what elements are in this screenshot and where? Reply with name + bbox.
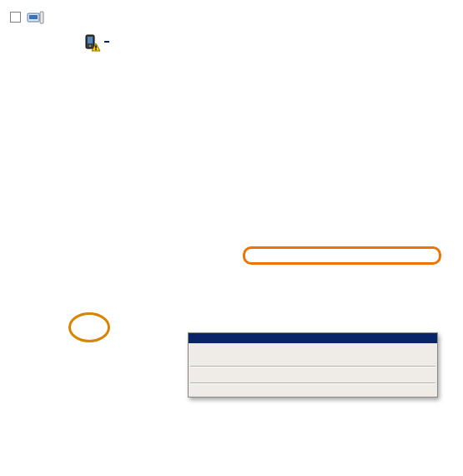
- menu-separator: [190, 366, 435, 367]
- menu-disable[interactable]: [189, 343, 437, 353]
- annotation-circle: [68, 312, 110, 342]
- menu-scan-hardware[interactable]: [189, 370, 437, 380]
- menu-update-driver[interactable]: [189, 333, 437, 343]
- warning-overlay-icon: [91, 43, 101, 53]
- menu-uninstall[interactable]: [189, 353, 437, 363]
- menu-separator: [190, 382, 435, 384]
- collapse-toggle[interactable]: [10, 12, 21, 23]
- computer-root-icon: [26, 8, 44, 27]
- portable-device-icon: [81, 33, 99, 51]
- annotation-callout: [243, 246, 441, 265]
- selected-device-label: [104, 41, 109, 43]
- tree-root[interactable]: [10, 5, 463, 29]
- tree-item-mtp-usb-device[interactable]: [10, 29, 463, 53]
- context-menu[interactable]: [188, 332, 438, 398]
- device-manager-tree[interactable]: [0, 0, 463, 53]
- menu-properties[interactable]: [189, 387, 437, 397]
- root-label: [49, 17, 54, 18]
